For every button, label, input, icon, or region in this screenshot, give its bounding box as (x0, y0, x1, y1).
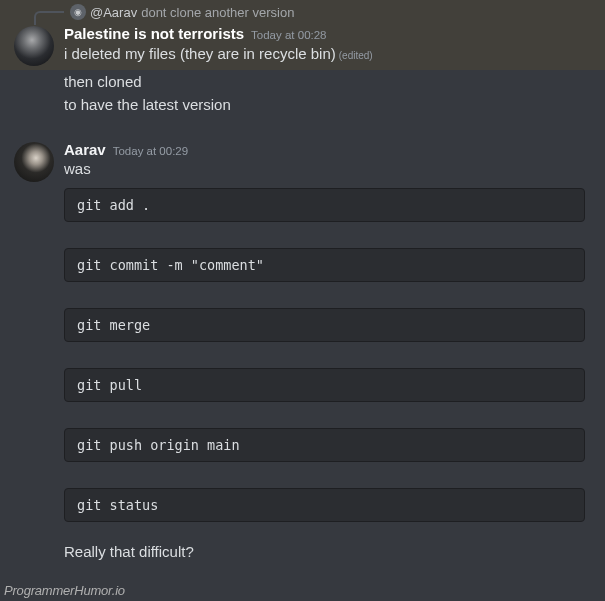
code-block[interactable]: git status (64, 488, 585, 522)
code-block[interactable]: git pull (64, 368, 585, 402)
message[interactable]: Aarav Today at 00:29 was (0, 138, 605, 180)
timestamp: Today at 00:28 (251, 28, 326, 43)
reply-mention[interactable]: @Aarav (90, 5, 137, 20)
highlighted-message-group: ◉ @Aarav dont clone another version Pale… (0, 0, 605, 70)
message-text: Really that difficult? (64, 542, 589, 563)
message[interactable]: git push origin main (0, 420, 605, 462)
message[interactable]: to have the latest version (0, 93, 605, 116)
message-text: i deleted my files (they are in recycle … (64, 45, 336, 62)
code-block[interactable]: git add . (64, 188, 585, 222)
user-avatar[interactable] (14, 26, 54, 66)
reply-preview-text[interactable]: dont clone another version (141, 5, 294, 20)
username[interactable]: Palestine is not terrorists (64, 24, 244, 44)
code-block[interactable]: git commit -m "comment" (64, 248, 585, 282)
message[interactable]: then cloned (0, 70, 605, 93)
message-content: i deleted my files (they are in recycle … (64, 44, 589, 65)
code-block[interactable]: git push origin main (64, 428, 585, 462)
watermark: ProgrammerHumor.io (4, 583, 125, 598)
username[interactable]: Aarav (64, 140, 106, 160)
message[interactable]: Really that difficult? (0, 540, 605, 563)
reply-avatar[interactable]: ◉ (70, 4, 86, 20)
code-block[interactable]: git merge (64, 308, 585, 342)
message-text: to have the latest version (64, 95, 589, 116)
message-text: then cloned (64, 72, 589, 93)
message[interactable]: git status (0, 480, 605, 522)
user-avatar[interactable] (14, 142, 54, 182)
message-text: was (64, 159, 589, 180)
reply-reference[interactable]: ◉ @Aarav dont clone another version (0, 0, 605, 20)
message[interactable]: git commit -m "comment" (0, 240, 605, 282)
message-header: Aarav Today at 00:29 (64, 140, 589, 160)
timestamp: Today at 00:29 (113, 144, 188, 159)
message[interactable]: Palestine is not terrorists Today at 00:… (0, 22, 605, 64)
edited-indicator: (edited) (339, 50, 373, 61)
message[interactable]: git add . (0, 180, 605, 222)
message-header: Palestine is not terrorists Today at 00:… (64, 24, 589, 44)
message[interactable]: git merge (0, 300, 605, 342)
message[interactable]: git pull (0, 360, 605, 402)
